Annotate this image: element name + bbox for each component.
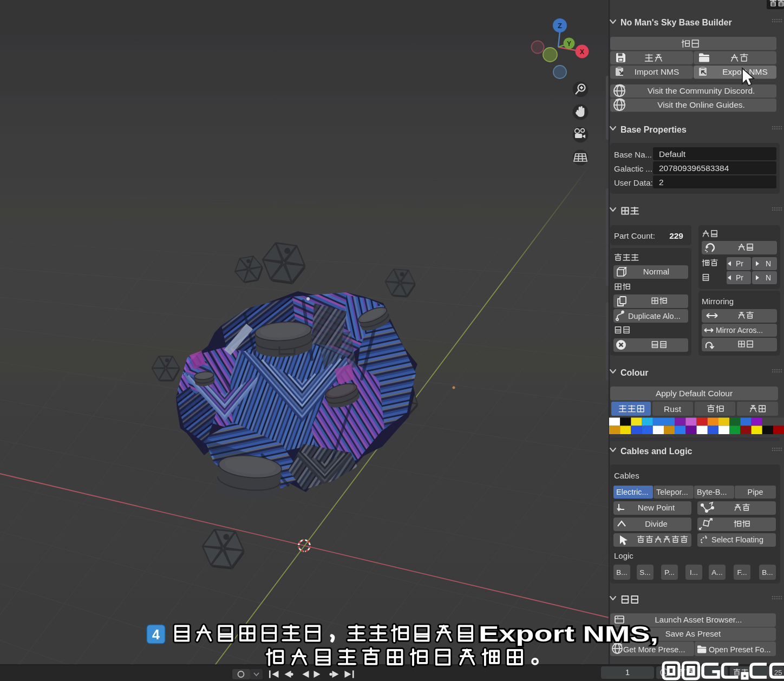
svg-text:4: 4 <box>152 627 160 642</box>
svg-text:I...: I... <box>690 568 698 577</box>
svg-text:X: X <box>580 48 584 56</box>
svg-text:1: 1 <box>625 668 630 677</box>
svg-text:N: N <box>766 273 771 282</box>
svg-text:F...: F... <box>737 568 747 577</box>
svg-text:Logic: Logic <box>614 551 633 560</box>
svg-text:Rust: Rust <box>664 404 682 414</box>
svg-text:Cables: Cables <box>614 471 639 480</box>
svg-text:Mirroring: Mirroring <box>702 297 734 306</box>
svg-text:A...: A... <box>711 568 722 577</box>
svg-text:Save As Preset: Save As Preset <box>665 629 721 638</box>
svg-text:N: N <box>766 259 771 268</box>
svg-text:Colour: Colour <box>620 368 649 377</box>
svg-text:Get More Prese...: Get More Prese... <box>623 645 685 654</box>
svg-text:Launch Asset Browser...: Launch Asset Browser... <box>655 615 742 624</box>
svg-text:P...: P... <box>664 568 675 577</box>
svg-text:25: 25 <box>774 669 782 677</box>
svg-text:Duplicate Alo...: Duplicate Alo... <box>628 312 681 320</box>
svg-text:Cables and Logic: Cables and Logic <box>620 447 692 456</box>
svg-text:S...: S... <box>639 568 650 577</box>
svg-text:Open Preset Fo...: Open Preset Fo... <box>709 645 770 654</box>
svg-text:Visit the Community Discord.: Visit the Community Discord. <box>648 86 755 95</box>
svg-text:Divide: Divide <box>645 519 668 528</box>
svg-text:Pr: Pr <box>736 259 743 268</box>
svg-text:229: 229 <box>669 231 683 240</box>
svg-text:Apply Default Colour: Apply Default Colour <box>656 389 733 398</box>
svg-text:Pipe: Pipe <box>747 488 763 496</box>
svg-text:Select Floating: Select Floating <box>711 535 763 544</box>
svg-text:No Man's Sky Base Builder: No Man's Sky Base Builder <box>620 18 732 27</box>
svg-text:Galactic ...: Galactic ... <box>614 164 652 173</box>
svg-text:Normal: Normal <box>643 267 669 276</box>
svg-text:Y: Y <box>567 40 571 48</box>
svg-text:New Point: New Point <box>638 503 675 512</box>
svg-text:Base Na...: Base Na... <box>614 150 652 159</box>
svg-text:Visit the Online Guides.: Visit the Online Guides. <box>657 100 745 109</box>
svg-text:207809396583384: 207809396583384 <box>659 163 729 173</box>
svg-text:B...: B... <box>616 568 627 577</box>
svg-text:Part Count:: Part Count: <box>614 231 655 240</box>
svg-text:B...: B... <box>762 568 773 577</box>
svg-text:Telepor...: Telepor... <box>656 488 688 496</box>
svg-text:2: 2 <box>659 178 664 187</box>
svg-text:Pr: Pr <box>736 273 743 282</box>
svg-text:Z: Z <box>558 22 562 30</box>
svg-text:Export NMS,: Export NMS, <box>479 622 658 646</box>
svg-text:User Data:: User Data: <box>614 178 653 187</box>
svg-text:Electric...: Electric... <box>616 488 649 496</box>
svg-text:Byte-B...: Byte-B... <box>697 488 727 496</box>
svg-text:Base Properties: Base Properties <box>620 125 687 134</box>
svg-text:Default: Default <box>659 149 686 159</box>
svg-text:Mirror Acros...: Mirror Acros... <box>716 326 763 335</box>
svg-text:Import NMS: Import NMS <box>635 67 680 76</box>
